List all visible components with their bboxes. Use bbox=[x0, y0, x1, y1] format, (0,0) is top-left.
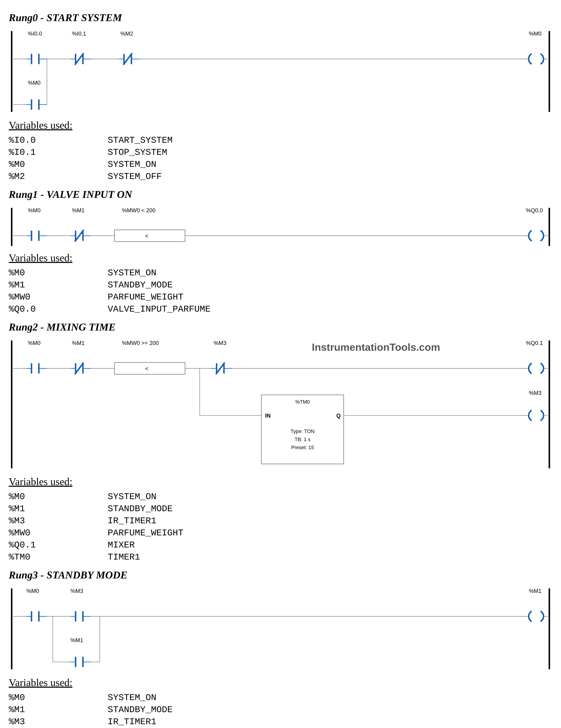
svg-text:%Q0.1: %Q0.1 bbox=[526, 340, 543, 346]
svg-text:%M0: %M0 bbox=[28, 340, 40, 346]
svg-text:%TM0: %TM0 bbox=[295, 399, 310, 405]
svg-text:%Q0.0: %Q0.0 bbox=[526, 207, 543, 213]
svg-rect-71 bbox=[115, 362, 185, 374]
svg-text:%M3: %M3 bbox=[529, 390, 541, 396]
svg-text:%M0: %M0 bbox=[28, 80, 40, 86]
svg-text:%M3: %M3 bbox=[214, 340, 227, 346]
svg-text:%I0.0: %I0.0 bbox=[28, 30, 42, 37]
rung2-diagram: %M0 %M1 %MW0 >= 200 < %M3 %Q0.1 Instrume… bbox=[9, 336, 552, 471]
svg-text:%MW0 >= 200: %MW0 >= 200 bbox=[122, 340, 159, 346]
svg-text:%M1: %M1 bbox=[70, 637, 83, 643]
rung2-title: Rung2 - MIXING TIME bbox=[9, 321, 552, 333]
rung1-vars-title: Variables used: bbox=[9, 252, 552, 264]
rung1-title: Rung1 - VALVE INPUT ON bbox=[9, 188, 552, 200]
svg-text:%M0: %M0 bbox=[26, 588, 39, 594]
svg-text:%I0.1: %I0.1 bbox=[72, 30, 86, 37]
svg-text:Preset: 15: Preset: 15 bbox=[291, 445, 314, 450]
svg-text:%M1: %M1 bbox=[72, 207, 85, 213]
rung1-diagram: %M0 %M1 %MW0 < 200 < %Q0.0 bbox=[9, 203, 552, 248]
rung0-title: Rung0 - START SYSTEM bbox=[9, 12, 552, 24]
svg-text:<: < bbox=[145, 233, 148, 239]
rung3-vars: %M0SYSTEM_ON %M1STANDBY_MODE %M3IR_TIMER… bbox=[9, 692, 173, 728]
rung0-vars-title: Variables used: bbox=[9, 119, 552, 131]
svg-text:IN: IN bbox=[265, 412, 271, 419]
svg-text:%MW0 < 200: %MW0 < 200 bbox=[122, 207, 156, 213]
svg-text:Type: TON: Type: TON bbox=[290, 429, 314, 434]
svg-text:<: < bbox=[145, 365, 148, 372]
rung2-vars: %M0SYSTEM_ON %M1STANDBY_MODE %M3IR_TIMER… bbox=[9, 491, 184, 563]
svg-text:%M2: %M2 bbox=[120, 30, 133, 37]
svg-text:%M0: %M0 bbox=[28, 207, 40, 213]
svg-text:%M3: %M3 bbox=[70, 588, 83, 594]
svg-text:TB: 1 s: TB: 1 s bbox=[294, 437, 310, 442]
rung0-diagram: %I0.0 %I0.1 %M2 %M0 %M0 bbox=[9, 27, 552, 115]
rung3-title: Rung3 - STANDBY MODE bbox=[9, 569, 552, 581]
svg-text:%M1: %M1 bbox=[72, 340, 85, 346]
rung1-vars: %M0SYSTEM_ON %M1STANDBY_MODE %MW0PARFUME… bbox=[9, 267, 211, 315]
rung3-vars-title: Variables used: bbox=[9, 677, 552, 689]
rung3-diagram: %M0 %M3 %M1 %M1 bbox=[9, 584, 552, 672]
svg-rect-49 bbox=[115, 230, 185, 242]
rung0-vars: %I0.0START_SYSTEM %I0.1STOP_SYSTEM %M0SY… bbox=[9, 134, 173, 183]
rung2-vars-title: Variables used: bbox=[9, 476, 552, 488]
svg-text:%M1: %M1 bbox=[529, 588, 541, 594]
svg-text:%M0: %M0 bbox=[529, 30, 541, 37]
watermark: InstrumentationTools.com bbox=[312, 341, 440, 353]
svg-text:Q: Q bbox=[336, 412, 341, 419]
